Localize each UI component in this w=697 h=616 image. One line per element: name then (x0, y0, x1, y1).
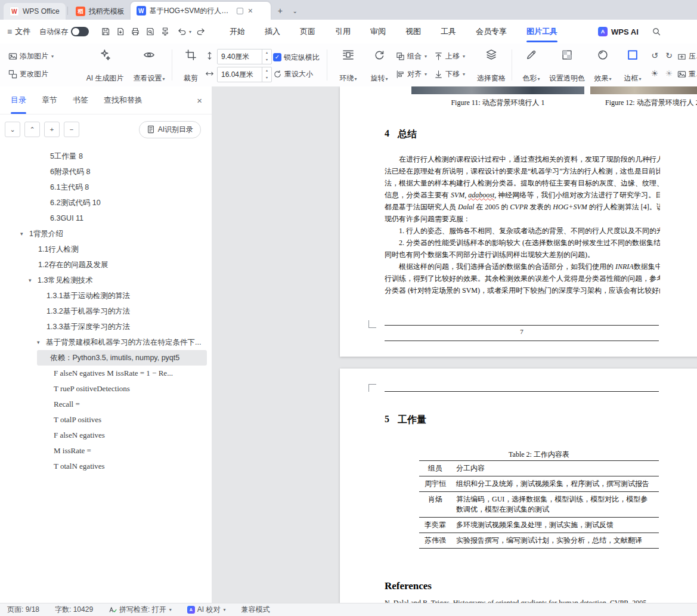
document-canvas[interactable]: Figure 11: 动态背景环境行人 1 Figure 12: 动态背景环境行… (212, 86, 697, 603)
autosave-toggle[interactable] (71, 27, 89, 36)
collapse-all-button[interactable]: ⌃ (24, 122, 40, 137)
selection-pane-button[interactable]: 选择窗格 (472, 47, 510, 85)
toc-item[interactable]: T otalP ositives (0, 412, 212, 428)
save-button[interactable] (99, 25, 112, 38)
collapse-triangle-icon[interactable]: ▾ (37, 339, 46, 345)
menu-tab[interactable]: 页面 (300, 20, 315, 44)
menu-tab[interactable]: 插入 (265, 20, 280, 44)
toc-item[interactable]: ▾1背景介绍 (0, 226, 212, 242)
color-button[interactable]: 色彩▾ (516, 47, 546, 85)
tab-state-icon[interactable] (237, 8, 243, 14)
wps-office-home-tab[interactable]: W WPS Office (4, 3, 66, 20)
menu-tab[interactable]: 视图 (405, 20, 421, 44)
sidebar-tab[interactable]: 书签 (73, 86, 88, 114)
spellcheck-status[interactable]: 拼写检查: 打开 ▾ (109, 605, 172, 615)
sidebar-tab[interactable]: 查找和替换 (104, 86, 143, 114)
toc-item[interactable]: 6.3GUI 11 (0, 211, 212, 226)
brightness-up-icon[interactable]: ☀ (649, 67, 661, 79)
figure-11-image[interactable] (411, 86, 584, 94)
toc-item[interactable]: 1.3.3基于深度学习的方法 (0, 319, 212, 335)
toc-item[interactable]: 6.1主代码 8 (0, 179, 212, 195)
toc-item[interactable]: F alseN egatives M issRate = 1 − Re... (0, 366, 212, 381)
wrap-text-button[interactable]: 环绕▾ (333, 47, 364, 85)
width-input[interactable]: 16.04厘米 ▴▾ (217, 67, 272, 82)
ai-proofread-button[interactable]: A AI 校对 ▾ (187, 605, 226, 615)
brightness-down-icon[interactable]: ☀ (663, 67, 675, 79)
group-button[interactable]: 组合▾ (396, 49, 427, 63)
toc-item[interactable]: M issRate = (0, 443, 212, 459)
menu-tab[interactable]: 审阅 (370, 20, 386, 44)
toc-item[interactable]: 1.2存在的问题及发展 (0, 257, 212, 273)
toc-item[interactable]: 1.3.2基于机器学习的方法 (0, 304, 212, 319)
height-input[interactable]: 9.40厘米 ▴▾ (217, 49, 272, 64)
sidebar-tab[interactable]: 目录 (11, 86, 26, 114)
search-button[interactable] (650, 25, 663, 38)
redo-button[interactable] (194, 25, 207, 38)
ai-recognize-toc-button[interactable]: AI识别目录 (139, 121, 201, 138)
view-settings-button[interactable]: 查看设置▾ (129, 47, 169, 85)
collapse-triangle-icon[interactable]: ▾ (20, 231, 29, 237)
tab-list-dropdown[interactable]: ⌄ (290, 4, 301, 18)
toc-item[interactable]: 6.2测试代码 10 (0, 195, 212, 211)
toc-item[interactable]: T rueP ositiveDetections (0, 381, 212, 397)
menu-tab[interactable]: 引用 (335, 20, 351, 44)
rotate-button[interactable]: 旋转▾ (364, 47, 395, 85)
set-transparent-color-button[interactable]: 设置透明色 (546, 47, 588, 85)
file-menu[interactable]: ≡ 文件 (7, 20, 30, 44)
add-picture-button[interactable]: 添加图片▾ (8, 49, 54, 63)
height-stepper[interactable]: ▴▾ (262, 49, 271, 64)
bring-forward-button[interactable]: 上移▾ (434, 49, 465, 63)
new-tab-button[interactable]: + (273, 4, 287, 18)
toc-item[interactable]: ▾基于背景建模和机器学习的方法在特定条件下... (0, 335, 212, 350)
crop-button[interactable]: 裁剪 (176, 47, 205, 85)
toc-item[interactable]: Recall = (0, 397, 212, 412)
zoom-out-button[interactable]: − (64, 122, 79, 137)
rotate-right-icon[interactable]: ↻ (663, 49, 675, 61)
toc-item[interactable]: F alseN egatives (0, 428, 212, 443)
send-backward-button[interactable]: 下移▾ (434, 67, 465, 81)
toc-item[interactable]: T otalN egatives (0, 459, 212, 474)
sidebar-close-icon[interactable]: × (197, 95, 202, 106)
word-count[interactable]: 字数: 10429 (55, 605, 93, 615)
wps-ai-button[interactable]: A WPS AI (598, 20, 639, 44)
toc-item[interactable]: 1.3.1基于运动检测的算法 (0, 288, 212, 304)
effects-button[interactable]: 效果▾ (588, 47, 618, 85)
menu-tab[interactable]: 工具 (441, 20, 456, 44)
compress-picture-button[interactable]: 压… (677, 49, 697, 63)
width-value[interactable]: 16.04厘米 (221, 70, 253, 80)
page-indicator[interactable]: 页面: 9/18 (7, 605, 39, 615)
toc-item[interactable]: 5工作量 8 (0, 148, 212, 164)
menu-tab[interactable]: 开始 (230, 20, 245, 44)
expand-all-button[interactable]: ⌄ (5, 122, 20, 137)
reset-size-button[interactable]: 重设大小 (273, 67, 313, 81)
sidebar-tab[interactable]: 章节 (42, 86, 57, 114)
print-preview-button[interactable] (144, 25, 157, 38)
rotate-left-icon[interactable]: ↺ (649, 49, 661, 61)
toc-item[interactable]: 依赖：Python3.5, imutils, numpy, pyqt5 (37, 350, 207, 366)
zoom-in-button[interactable]: + (44, 122, 60, 137)
undo-dropdown-icon[interactable]: ▾ (189, 29, 191, 35)
figure-12-image[interactable] (590, 86, 697, 94)
menu-tab[interactable]: 图片工具 (526, 20, 557, 44)
lock-aspect-ratio-checkbox[interactable]: ✓ 锁定纵横比 (273, 51, 320, 64)
document-tab[interactable]: W 基于HOG+SVM的行人检测设… × (131, 2, 271, 20)
change-picture-button[interactable]: 更改图片 (8, 67, 48, 81)
width-stepper[interactable]: ▴▾ (262, 67, 271, 82)
height-value[interactable]: 9.40厘米 (221, 52, 249, 62)
align-button[interactable]: 对齐▾ (396, 67, 427, 81)
ai-generate-picture-button[interactable]: AI 生成图片 (81, 47, 129, 85)
border-button[interactable]: 边框▾ (618, 47, 648, 85)
print-button[interactable] (129, 25, 142, 38)
toc-item[interactable]: 6附录代码 8 (0, 164, 212, 179)
reset-picture-button[interactable]: 重… (677, 67, 697, 81)
toc-item[interactable]: 1.1行人检测 (0, 242, 212, 257)
undo-button[interactable] (175, 25, 188, 38)
export-button[interactable] (114, 25, 127, 38)
format-painter-button[interactable] (159, 25, 172, 38)
collapse-triangle-icon[interactable]: ▾ (29, 277, 38, 283)
document-page-7[interactable]: Figure 11: 动态背景环境行人 1 Figure 12: 动态背景环境行… (340, 86, 697, 357)
document-page-8[interactable]: 5 工作量 Table 2: 工作内容表 组员分工内容周宇恒组织和分工及统筹，测… (340, 369, 697, 603)
toc-item[interactable]: ▾1.3常见检测技术 (0, 273, 212, 288)
menu-tab[interactable]: 会员专享 (476, 20, 507, 44)
docer-template-tab[interactable]: 稻 找稻壳模板 (70, 3, 131, 20)
